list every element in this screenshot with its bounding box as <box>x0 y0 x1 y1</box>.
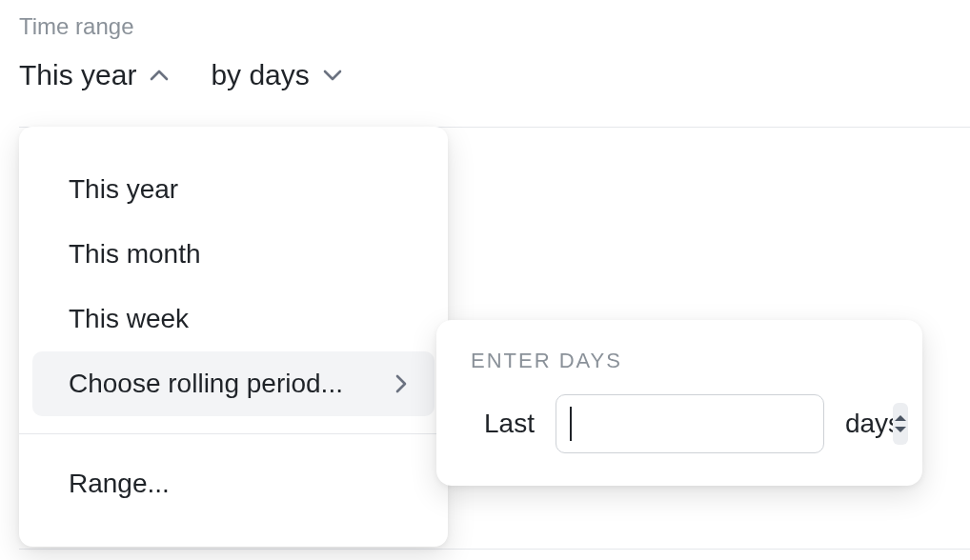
time-range-menu: This year This month This week Choose ro… <box>19 127 448 547</box>
chevron-right-icon <box>394 373 408 394</box>
granularity-dropdown[interactable]: by days <box>211 59 341 91</box>
chevron-up-icon <box>150 69 169 82</box>
enter-days-row: Last days <box>471 394 888 453</box>
menu-item-rolling-period[interactable]: Choose rolling period... <box>32 351 434 416</box>
menu-item-this-week[interactable]: This week <box>32 287 434 351</box>
granularity-value: by days <box>211 59 309 91</box>
menu-item-label: This week <box>69 304 189 334</box>
divider <box>19 549 970 550</box>
menu-item-label: This year <box>69 174 178 205</box>
menu-item-label: This month <box>69 239 201 270</box>
prefix-label: Last <box>484 409 535 439</box>
menu-item-label: Range... <box>69 469 170 499</box>
time-range-value: This year <box>19 59 136 91</box>
days-input[interactable] <box>556 395 893 452</box>
time-range-selectors: This year by days <box>19 59 342 91</box>
number-stepper[interactable] <box>893 403 908 445</box>
rolling-period-panel: ENTER DAYS Last days <box>436 320 922 486</box>
menu-item-this-year[interactable]: This year <box>32 157 434 222</box>
text-caret <box>570 407 572 441</box>
days-input-wrapper[interactable] <box>556 394 824 453</box>
menu-item-range[interactable]: Range... <box>32 451 434 516</box>
menu-item-this-month[interactable]: This month <box>32 222 434 287</box>
chevron-down-icon <box>323 69 342 82</box>
time-range-label: Time range <box>19 13 134 40</box>
enter-days-title: ENTER DAYS <box>471 349 888 373</box>
time-range-dropdown[interactable]: This year <box>19 59 169 91</box>
stepper-up-icon <box>893 413 908 423</box>
menu-item-label: Choose rolling period... <box>69 369 343 399</box>
stepper-down-icon <box>893 425 908 434</box>
menu-separator <box>19 433 448 434</box>
